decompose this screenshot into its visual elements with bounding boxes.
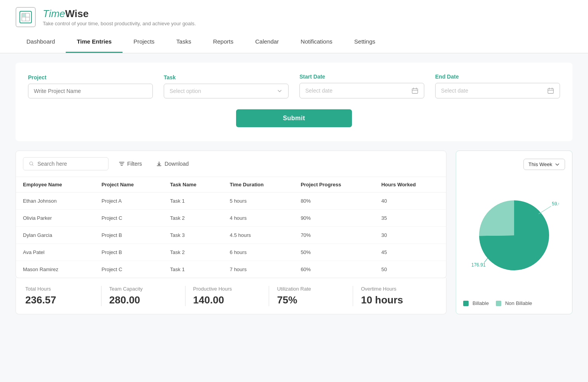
project-input[interactable]: [28, 84, 153, 98]
download-icon: [156, 161, 162, 167]
cell-employee: Ava Patel: [16, 244, 94, 261]
table-header-row: Employee Name Project Name Task Name Tim…: [16, 177, 446, 193]
overtime-label: Overtime Hours: [361, 286, 429, 292]
cell-duration: 4.5 hours: [223, 227, 294, 244]
cell-progress: 70%: [294, 227, 374, 244]
table-container: Filters Download Employee Name Project N…: [16, 151, 446, 314]
start-date-input[interactable]: Select date: [299, 83, 424, 98]
nav-time-entries[interactable]: Time Entries: [66, 31, 122, 53]
stat-team-capacity: Team Capacity 280.00: [102, 286, 186, 306]
legend-non-billable: Non Billable: [496, 300, 532, 306]
search-input[interactable]: [37, 161, 103, 167]
billable-dot: [463, 301, 469, 306]
cell-task: Task 2: [163, 244, 223, 261]
nav-calendar[interactable]: Calendar: [244, 31, 290, 53]
non-billable-line: [539, 206, 551, 214]
task-select[interactable]: Select option: [164, 84, 289, 98]
cell-progress: 80%: [294, 193, 374, 210]
billable-legend-label: Billable: [472, 300, 489, 306]
calendar-icon: [411, 87, 418, 94]
stat-productive-hours: Productive Hours 140.00: [186, 286, 270, 306]
team-capacity-label: Team Capacity: [109, 286, 177, 292]
task-placeholder: Select option: [170, 88, 201, 94]
logo-wise: Wise: [65, 8, 89, 19]
col-duration: Time Duration: [223, 177, 294, 193]
stat-utilization: Utilization Rate 75%: [269, 286, 353, 306]
submit-button[interactable]: Submit: [236, 109, 352, 127]
utilization-value: 75%: [277, 294, 345, 306]
cell-hours: 35: [374, 210, 446, 227]
col-employee: Employee Name: [16, 177, 94, 193]
logo-svg: [19, 10, 33, 24]
table-row: Ava PatelProject BTask 26 hours50%45: [16, 244, 446, 261]
form-section: Project Task Select option Start Date Se…: [16, 63, 572, 141]
cell-employee: Mason Ramirez: [16, 261, 94, 278]
total-hours-label: Total Hours: [25, 286, 93, 292]
logo-text: TimeWise Take control of your time, boos…: [43, 8, 196, 26]
cell-duration: 4 hours: [223, 210, 294, 227]
non-billable-dot: [496, 301, 501, 306]
cell-task: Task 1: [163, 261, 223, 278]
table-row: Dylan GarciaProject BTask 34.5 hours70%3…: [16, 227, 446, 244]
main-nav: Dashboard Time Entries Projects Tasks Re…: [0, 31, 588, 53]
svg-rect-5: [412, 89, 418, 94]
project-label: Project: [28, 74, 153, 81]
cell-project: Project B: [94, 244, 163, 261]
cell-hours: 50: [374, 261, 446, 278]
stat-total-hours: Total Hours 236.57: [25, 286, 102, 306]
cell-duration: 6 hours: [223, 244, 294, 261]
non-billable-chart-label: 59.66: [552, 201, 559, 207]
billable-chart-label: 176.91: [471, 262, 486, 268]
nav-tasks[interactable]: Tasks: [165, 31, 202, 53]
table-body: Ethan JohnsonProject ATask 15 hours80%40…: [16, 193, 446, 278]
nav-projects[interactable]: Projects: [122, 31, 165, 53]
utilization-label: Utilization Rate: [277, 286, 345, 292]
start-date-label: Start Date: [299, 74, 424, 80]
chart-legend: Billable Non Billable: [463, 300, 565, 306]
download-label: Download: [164, 161, 189, 167]
cell-employee: Olivia Parker: [16, 210, 94, 227]
productive-hours-value: 140.00: [193, 294, 261, 306]
team-capacity-value: 280.00: [109, 294, 177, 306]
cell-task: Task 3: [163, 227, 223, 244]
nav-reports[interactable]: Reports: [202, 31, 245, 53]
table-toolbar: Filters Download: [16, 151, 446, 177]
logo-icon: [16, 7, 36, 27]
cell-task: Task 2: [163, 210, 223, 227]
total-hours-value: 236.57: [25, 294, 93, 306]
search-box[interactable]: [23, 157, 108, 170]
chart-section: This Week: [456, 151, 572, 314]
end-date-group: End Date Select date: [435, 74, 560, 98]
logo-time: Time: [43, 8, 65, 19]
cell-progress: 50%: [294, 244, 374, 261]
cell-progress: 90%: [294, 210, 374, 227]
stat-overtime: Overtime Hours 10 hours: [353, 286, 437, 306]
non-billable-legend-label: Non Billable: [505, 300, 532, 306]
download-button[interactable]: Download: [152, 158, 192, 169]
submit-row: Submit: [28, 109, 560, 127]
chevron-down-icon: [276, 88, 283, 94]
task-field-group: Task Select option: [164, 74, 289, 98]
search-icon: [29, 161, 34, 167]
period-select[interactable]: This Week: [523, 159, 565, 170]
end-date-input[interactable]: Select date: [435, 83, 560, 98]
end-date-placeholder: Select date: [441, 88, 468, 94]
project-field-group: Project: [28, 74, 153, 98]
filters-button[interactable]: Filters: [115, 158, 146, 169]
nav-settings[interactable]: Settings: [343, 31, 386, 53]
cell-progress: 60%: [294, 261, 374, 278]
cell-employee: Ethan Johnson: [16, 193, 94, 210]
col-task: Task Name: [163, 177, 223, 193]
cell-duration: 5 hours: [223, 193, 294, 210]
form-row: Project Task Select option Start Date Se…: [28, 74, 560, 98]
table-row: Ethan JohnsonProject ATask 15 hours80%40: [16, 193, 446, 210]
cell-hours: 45: [374, 244, 446, 261]
nav-notifications[interactable]: Notifications: [290, 31, 343, 53]
cell-project: Project C: [94, 261, 163, 278]
legend-billable: Billable: [463, 300, 489, 306]
start-date-placeholder: Select date: [305, 88, 332, 94]
table-row: Mason RamirezProject CTask 17 hours60%50: [16, 261, 446, 278]
period-label: This Week: [528, 161, 552, 167]
nav-dashboard[interactable]: Dashboard: [16, 31, 66, 53]
cell-project: Project C: [94, 210, 163, 227]
